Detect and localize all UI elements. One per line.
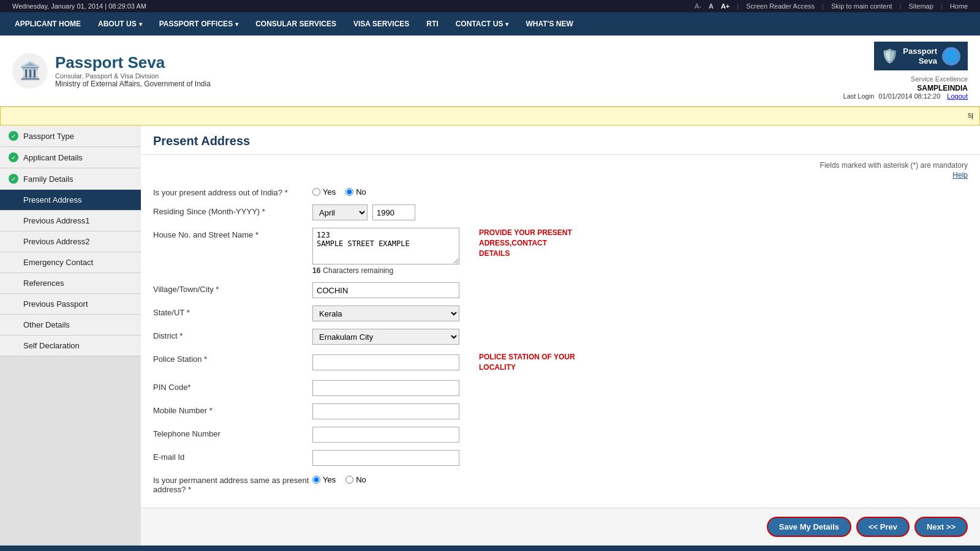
police-station-input[interactable] [312, 354, 459, 370]
email-label: E-mail Id [153, 450, 312, 462]
chevron-down-icon: ▾ [505, 21, 508, 28]
next-button[interactable]: Next >> [914, 517, 968, 537]
prev-button[interactable]: << Prev [856, 517, 910, 537]
sidebar-label-prev-passport: Previous Passport [23, 299, 88, 309]
pin-code-label: PIN Code* [153, 380, 312, 392]
out-of-india-radio-group: Yes No [312, 186, 366, 197]
residing-since-label: Residing Since (Month-YYYY) * [153, 204, 312, 216]
nav-visa[interactable]: VISA SERVICES [345, 12, 418, 36]
logo-text: PassportSeva [903, 47, 937, 66]
nav-about-us[interactable]: ABOUT US ▾ [89, 12, 151, 36]
home-link[interactable]: Home [950, 2, 968, 10]
email-input[interactable] [312, 450, 459, 466]
buttons-row: Save My Details << Prev Next >> [141, 508, 980, 545]
telephone-input[interactable] [312, 427, 459, 443]
site-header: 🏛️ Passport Seva Consular, Passport & Vi… [0, 36, 980, 107]
police-station-row: Police Station * POLICE STATION OF YOUR … [153, 352, 968, 373]
font-large[interactable]: A+ [721, 2, 729, 10]
sidebar-item-references[interactable]: References [0, 273, 141, 294]
site-title: Passport Seva [55, 53, 211, 72]
out-of-india-yes-radio[interactable] [312, 188, 320, 196]
sidebar-item-emergency-contact[interactable]: Emergency Contact [0, 252, 141, 273]
out-of-india-yes-label[interactable]: Yes [312, 187, 336, 197]
chevron-down-icon: ▾ [235, 21, 238, 28]
sidebar-item-passport-type[interactable]: ✓ Passport Type [0, 126, 141, 147]
nav-consular[interactable]: CONSULAR SERVICES [247, 12, 345, 36]
sidebar-item-prev-address1[interactable]: Previous Address1 [0, 211, 141, 231]
pin-code-input[interactable] [312, 380, 459, 396]
perm-no-radio[interactable] [345, 476, 353, 484]
house-street-textarea[interactable]: 123 SAMPLE STREET EXAMPLE [312, 228, 459, 264]
out-of-india-no-text: No [356, 187, 366, 197]
perm-no-label[interactable]: No [345, 475, 366, 484]
district-label: District * [153, 329, 312, 340]
perm-yes-label[interactable]: Yes [312, 475, 336, 484]
check-icon: ✓ [9, 131, 18, 141]
content-header: Present Address [141, 126, 980, 155]
police-hint: POLICE STATION OF YOUR LOCALITY [479, 352, 577, 373]
chevron-down-icon: ▾ [139, 21, 142, 28]
house-street-row: House No. and Street Name * 123 SAMPLE S… [153, 228, 968, 275]
marquee-bar: sport Mela will be conducted at PSK - Bh… [0, 107, 980, 126]
telephone-row: Telephone Number [153, 427, 968, 443]
top-bar-right: A- A A+ | Screen Reader Access | Skip to… [695, 2, 968, 10]
screen-reader-link[interactable]: Screen Reader Access [746, 2, 815, 10]
village-label: Village/Town/City * [153, 282, 312, 294]
logo-shield-icon: 🛡️ [881, 48, 898, 64]
nav-bar: APPLICANT HOME ABOUT US ▾ PASSPORT OFFIC… [0, 12, 980, 36]
header-right: 🛡️ PassportSeva 🌐 Service Excellence SAM… [843, 42, 968, 100]
state-select[interactable]: Kerala Maharashtra Delhi Karnataka [312, 305, 459, 321]
header-subtitle1: Consular, Passport & Visa Division [55, 72, 211, 80]
out-of-india-no-radio[interactable] [345, 188, 353, 196]
state-row: State/UT * Kerala Maharashtra Delhi Karn… [153, 305, 968, 321]
residing-month-select[interactable]: April January February March May June [312, 204, 368, 220]
house-street-controls: 123 SAMPLE STREET EXAMPLE 16 Characters … [312, 228, 577, 275]
nav-passport-offices[interactable]: PASSPORT OFFICES ▾ [151, 12, 247, 36]
nav-rti[interactable]: RTI [418, 12, 447, 36]
logout-button[interactable]: Logout [947, 92, 968, 100]
sidebar-item-self-declaration[interactable]: Self Declaration [0, 335, 141, 356]
sidebar: ✓ Passport Type ✓ Applicant Details ✓ Fa… [0, 126, 141, 545]
main-container: ✓ Passport Type ✓ Applicant Details ✓ Fa… [0, 126, 980, 545]
telephone-label: Telephone Number [153, 427, 312, 438]
save-my-details-button[interactable]: Save My Details [767, 517, 851, 537]
nav-applicant-home[interactable]: APPLICANT HOME [6, 12, 89, 36]
perm-yes-radio[interactable] [312, 476, 320, 484]
nav-whats-new[interactable]: WHAT'S NEW [517, 12, 581, 36]
nav-contact[interactable]: CONTACT US ▾ [447, 12, 518, 36]
sidebar-label-references: References [23, 279, 64, 288]
out-of-india-no-label[interactable]: No [345, 187, 366, 197]
email-row: E-mail Id [153, 450, 968, 466]
out-of-india-row: Is your present address out of India? * … [153, 186, 968, 197]
pin-code-row: PIN Code* [153, 380, 968, 396]
font-normal[interactable]: A [709, 2, 714, 10]
sidebar-label-prev-address1: Previous Address1 [23, 216, 89, 225]
sidebar-item-applicant-details[interactable]: ✓ Applicant Details [0, 147, 141, 168]
village-input[interactable] [312, 282, 459, 298]
sitemap-link[interactable]: Sitemap [908, 2, 933, 10]
sidebar-label-emergency-contact: Emergency Contact [23, 258, 93, 267]
top-bar: Wednesday, January 01, 2014 | 08:29:03 A… [0, 0, 980, 12]
last-login: Last Login 01/01/2014 08:12:20 Logout [843, 92, 968, 100]
sidebar-label-present-address: Present Address [23, 195, 81, 204]
mobile-row: Mobile Number * [153, 403, 968, 419]
sidebar-item-family-details[interactable]: ✓ Family Details [0, 168, 141, 190]
font-small[interactable]: A- [695, 2, 701, 10]
sidebar-label-family-details: Family Details [23, 174, 74, 184]
last-login-label: Last Login [843, 92, 875, 100]
sidebar-label-other-details: Other Details [23, 320, 70, 329]
perm-yes-text: Yes [323, 475, 336, 484]
sidebar-item-present-address[interactable]: Present Address [0, 190, 141, 211]
district-select[interactable]: Ernakulam City Thiruvananthapuram Kozhik… [312, 329, 459, 345]
perm-address-label: Is your permanent address same as presen… [153, 473, 312, 494]
sidebar-item-prev-passport[interactable]: Previous Passport [0, 294, 141, 315]
sidebar-item-prev-address2[interactable]: Previous Address2 [0, 231, 141, 252]
char-remaining: 16 Characters remaining [312, 266, 459, 275]
skip-main-link[interactable]: Skip to main content [831, 2, 892, 10]
help-link[interactable]: Help [153, 171, 968, 179]
sidebar-item-other-details[interactable]: Other Details [0, 315, 141, 335]
service-excellence: Service Excellence [843, 75, 968, 83]
residing-year-input[interactable] [372, 204, 415, 220]
mobile-input[interactable] [312, 403, 459, 419]
header-title-block: Passport Seva Consular, Passport & Visa … [55, 53, 211, 88]
